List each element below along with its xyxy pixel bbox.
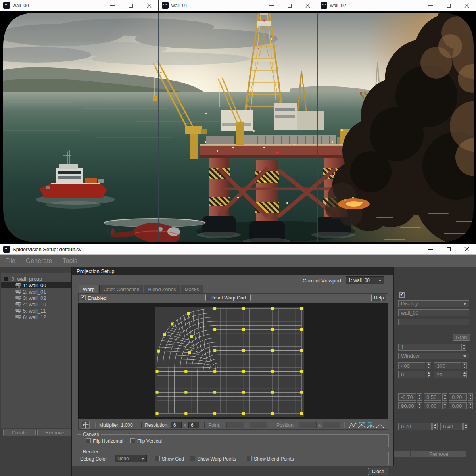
window-mode-dropdown[interactable]: Window bbox=[398, 353, 469, 359]
warp-control-point[interactable] bbox=[213, 328, 216, 331]
maximize-button[interactable] bbox=[440, 0, 458, 11]
minimize-button[interactable] bbox=[421, 244, 440, 254]
pos-y-stepper[interactable] bbox=[462, 371, 467, 378]
grab-button[interactable]: Grab bbox=[453, 334, 470, 341]
show-grid-checkbox[interactable] bbox=[155, 456, 160, 461]
maximize-button[interactable] bbox=[122, 0, 140, 11]
debug-color-dropdown[interactable]: None bbox=[115, 455, 147, 462]
param2-stepper[interactable] bbox=[463, 423, 468, 430]
tab-masks[interactable]: Masks bbox=[181, 285, 203, 294]
warp-control-point[interactable] bbox=[242, 349, 245, 352]
warp-control-point[interactable] bbox=[242, 412, 245, 415]
partial-button[interactable] bbox=[393, 451, 410, 457]
vec1-z-stepper[interactable] bbox=[468, 393, 473, 401]
warp-control-point[interactable] bbox=[213, 349, 216, 352]
vec2-x-stepper[interactable] bbox=[417, 402, 422, 409]
tree-item-wall02[interactable]: 3: wall_02 bbox=[1, 295, 74, 301]
close-button[interactable] bbox=[299, 0, 317, 11]
warp-grid-canvas[interactable] bbox=[155, 307, 304, 417]
dialog-titlebar[interactable]: Projection Setup bbox=[72, 267, 393, 275]
close-dialog-button[interactable]: Close bbox=[368, 468, 388, 475]
warp-control-point[interactable] bbox=[271, 328, 274, 331]
maximize-button[interactable] bbox=[280, 0, 299, 11]
remove-display-button[interactable]: Remove bbox=[411, 451, 466, 457]
tree-item-wall01[interactable]: 2: wall_01 bbox=[1, 288, 74, 295]
warp-control-point[interactable] bbox=[184, 370, 187, 373]
warp-control-point[interactable] bbox=[242, 307, 245, 310]
tab-blend-zones[interactable]: Blend Zones bbox=[144, 285, 180, 294]
enabled-checkbox[interactable] bbox=[81, 295, 86, 300]
current-viewport-dropdown[interactable]: 1: wall_00 bbox=[346, 276, 384, 284]
vec1-z-field[interactable]: 0.20 bbox=[449, 393, 467, 401]
wall-name-field[interactable]: wall_00 bbox=[398, 309, 469, 316]
vec1-y-field[interactable]: 0.50 bbox=[424, 393, 441, 401]
warp-control-point[interactable] bbox=[242, 391, 245, 394]
param1-field[interactable]: 0.70 bbox=[398, 423, 432, 430]
warp-control-point[interactable] bbox=[213, 412, 216, 415]
width-stepper[interactable] bbox=[426, 362, 431, 369]
tangent-handles-icon[interactable] bbox=[367, 422, 375, 429]
warp-control-point[interactable] bbox=[300, 391, 303, 394]
close-button[interactable] bbox=[140, 0, 158, 11]
warp-control-point[interactable] bbox=[157, 350, 160, 353]
menu-generate[interactable]: Generate bbox=[21, 257, 58, 265]
menu-tools[interactable]: Tools bbox=[58, 257, 83, 265]
warp-control-point[interactable] bbox=[190, 335, 193, 338]
tab-warp[interactable]: Warp bbox=[79, 285, 98, 294]
vec2-z-field[interactable]: 0.00 bbox=[449, 402, 467, 409]
remove-wall-button[interactable]: Remove bbox=[37, 429, 72, 436]
warp-control-point[interactable] bbox=[163, 333, 166, 336]
warp-control-point[interactable] bbox=[271, 349, 274, 352]
warp-control-point[interactable] bbox=[188, 351, 191, 354]
menu-file[interactable]: File bbox=[0, 257, 21, 265]
warp-control-point[interactable] bbox=[156, 391, 159, 394]
display-enabled-checkbox[interactable] bbox=[399, 292, 405, 298]
pos-x-stepper[interactable] bbox=[426, 371, 431, 378]
output-type-dropdown[interactable]: Display bbox=[398, 300, 469, 307]
height-stepper[interactable] bbox=[462, 362, 467, 369]
vec2-z-stepper[interactable] bbox=[468, 402, 473, 409]
flip-vertical-checkbox[interactable] bbox=[130, 438, 135, 443]
warp-control-point[interactable] bbox=[300, 370, 303, 373]
warp-control-point[interactable] bbox=[184, 412, 187, 415]
warp-control-point[interactable] bbox=[171, 323, 173, 326]
warp-control-point[interactable] bbox=[300, 412, 303, 415]
empty-field[interactable] bbox=[398, 319, 469, 325]
tab-color-correction[interactable]: Color Correction bbox=[99, 285, 143, 294]
tree-item-wall10[interactable]: 4: wall_10 bbox=[1, 301, 74, 307]
display-index-stepper[interactable] bbox=[461, 344, 466, 351]
width-field[interactable]: 400 bbox=[398, 362, 425, 369]
warp-control-point[interactable] bbox=[213, 370, 216, 373]
warp-control-point[interactable] bbox=[242, 370, 245, 373]
vec1-y-stepper[interactable] bbox=[442, 393, 447, 401]
warp-control-point[interactable] bbox=[271, 391, 274, 394]
maximize-button[interactable] bbox=[440, 244, 458, 254]
warp-control-point[interactable] bbox=[300, 307, 303, 310]
vec1-x-field[interactable]: -0.70 bbox=[398, 393, 416, 401]
warp-control-point[interactable] bbox=[300, 349, 303, 352]
pan-mode-button[interactable] bbox=[82, 421, 90, 429]
show-blend-points-checkbox[interactable] bbox=[247, 456, 252, 461]
warp-control-point[interactable] bbox=[213, 307, 216, 310]
pos-x-field[interactable]: 0 bbox=[398, 371, 425, 378]
smooth-horizontal-icon[interactable] bbox=[357, 422, 366, 429]
warp-control-point[interactable] bbox=[184, 391, 187, 394]
warp-control-point[interactable] bbox=[187, 312, 190, 315]
reset-warp-grid-button[interactable]: Reset Warp Grid bbox=[205, 294, 251, 301]
minimize-button[interactable] bbox=[421, 0, 440, 11]
vec2-y-field[interactable]: 0.00 bbox=[424, 402, 441, 409]
help-button[interactable]: Help bbox=[371, 294, 386, 301]
warp-control-point[interactable] bbox=[300, 328, 303, 331]
arc-curve-icon[interactable] bbox=[376, 422, 384, 429]
vec2-y-stepper[interactable] bbox=[442, 402, 447, 409]
warp-control-point[interactable] bbox=[156, 412, 159, 415]
warp-control-point[interactable] bbox=[156, 370, 159, 373]
flip-horizontal-checkbox[interactable] bbox=[86, 438, 91, 443]
linear-interp-icon[interactable] bbox=[348, 422, 357, 429]
tree-item-wall12[interactable]: 6: wall_12 bbox=[1, 314, 74, 320]
tree-item-wall-group[interactable]: 0: wall_group bbox=[1, 276, 74, 282]
param2-field[interactable]: 0.40 bbox=[440, 423, 463, 430]
height-field[interactable]: 300 bbox=[434, 362, 461, 369]
minimize-button[interactable] bbox=[262, 0, 280, 11]
warp-control-point[interactable] bbox=[271, 307, 274, 310]
